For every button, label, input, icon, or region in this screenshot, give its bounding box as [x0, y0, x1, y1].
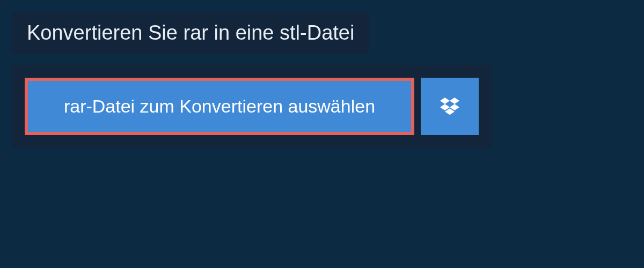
select-file-button[interactable]: rar-Datei zum Konvertieren auswählen: [25, 78, 414, 135]
dropbox-button[interactable]: [421, 78, 479, 135]
page-title: Konvertieren Sie rar in eine stl-Datei: [27, 21, 354, 44]
page-header: Konvertieren Sie rar in eine stl-Datei: [12, 12, 369, 54]
select-file-label: rar-Datei zum Konvertieren auswählen: [64, 96, 375, 117]
dropbox-icon: [440, 96, 459, 117]
file-action-panel: rar-Datei zum Konvertieren auswählen: [12, 65, 492, 148]
